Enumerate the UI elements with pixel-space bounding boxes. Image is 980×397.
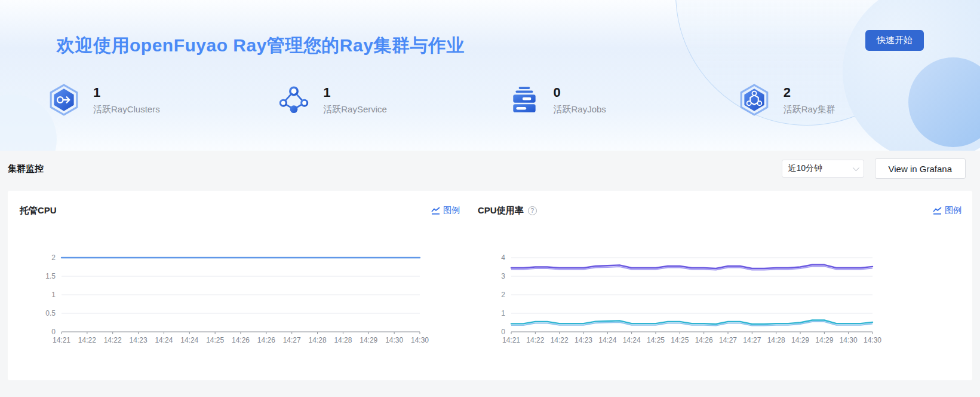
svg-text:14:26: 14:26	[232, 336, 250, 344]
svg-text:14:22: 14:22	[551, 336, 569, 344]
svg-text:1.5: 1.5	[45, 272, 56, 280]
svg-text:14:24: 14:24	[180, 336, 198, 344]
stat-label: 活跃RayClusters	[93, 104, 160, 115]
svg-text:1: 1	[501, 309, 505, 317]
stat-value: 2	[784, 85, 835, 100]
svg-text:14:24: 14:24	[598, 336, 616, 344]
stat-ray-cluster-cn: 2 活跃Ray集群	[738, 84, 968, 116]
svg-text:1: 1	[51, 291, 56, 299]
svg-text:14:25: 14:25	[671, 336, 689, 344]
svg-text:14:23: 14:23	[575, 336, 592, 344]
stat-value: 1	[93, 85, 160, 100]
cpu-usage-line-chart: 0123414:2114:2214:2214:2314:2414:2414:25…	[478, 237, 961, 351]
svg-text:0.5: 0.5	[45, 309, 56, 317]
svg-text:14:29: 14:29	[815, 336, 833, 344]
svg-text:4: 4	[501, 254, 505, 262]
svg-text:2: 2	[501, 291, 505, 299]
stat-ray-clusters: 1 活跃RayClusters	[48, 84, 278, 116]
charts-card: 托管CPU 图例 00.511.5214:2114:2214:2214:2314…	[8, 191, 972, 380]
legend-icon	[431, 207, 440, 215]
hosted-cpu-chart-block: 托管CPU 图例 00.511.5214:2114:2214:2214:2314…	[20, 204, 471, 380]
page-title: 欢迎使用openFuyao Ray管理您的Ray集群与作业	[57, 33, 465, 58]
stat-label: 活跃Ray集群	[784, 104, 835, 115]
quick-start-button[interactable]: 快速开始	[865, 30, 924, 51]
svg-text:14:30: 14:30	[840, 336, 858, 344]
rayservice-network-icon	[278, 84, 310, 116]
legend-toggle-cpu-usage[interactable]: 图例	[933, 205, 961, 216]
section-title: 集群监控	[8, 163, 782, 175]
svg-text:0: 0	[51, 328, 56, 336]
svg-text:14:29: 14:29	[360, 336, 377, 344]
svg-text:14:26: 14:26	[257, 336, 275, 344]
svg-text:3: 3	[501, 272, 505, 280]
view-in-grafana-button[interactable]: View in Grafana	[875, 158, 966, 179]
svg-text:14:30: 14:30	[864, 336, 881, 344]
svg-text:14:22: 14:22	[526, 336, 544, 344]
svg-text:14:22: 14:22	[78, 336, 96, 344]
legend-icon	[933, 207, 942, 215]
svg-text:14:29: 14:29	[791, 336, 809, 344]
stat-value: 1	[323, 85, 387, 100]
stat-value: 0	[554, 85, 606, 100]
stat-label: 活跃RayJobs	[554, 104, 606, 115]
svg-text:14:30: 14:30	[411, 336, 429, 344]
stat-label: 活跃RayService	[323, 104, 387, 115]
stat-ray-jobs: 0 活跃RayJobs	[508, 84, 738, 116]
svg-text:14:25: 14:25	[206, 336, 224, 344]
svg-text:14:21: 14:21	[53, 336, 70, 344]
svg-text:14:21: 14:21	[502, 336, 520, 344]
raycluster-hexagon-molecule-icon	[738, 84, 770, 116]
help-icon[interactable]: ?	[528, 206, 537, 215]
chart-title-hosted-cpu: 托管CPU	[20, 205, 57, 216]
stats-row: 1 活跃RayClusters 1 活跃RayService	[48, 84, 968, 116]
svg-text:14:25: 14:25	[647, 336, 665, 344]
svg-text:14:27: 14:27	[719, 336, 737, 344]
chart-title-cpu-usage: CPU使用率	[478, 205, 524, 216]
hosted-cpu-line-chart: 00.511.5214:2114:2214:2214:2314:2414:241…	[20, 237, 462, 351]
svg-text:0: 0	[501, 328, 505, 336]
svg-text:14:28: 14:28	[334, 336, 352, 344]
svg-text:14:28: 14:28	[767, 336, 785, 344]
svg-text:14:24: 14:24	[155, 336, 173, 344]
svg-text:14:28: 14:28	[309, 336, 327, 344]
stat-ray-service: 1 活跃RayService	[278, 84, 508, 116]
rayjobs-stack-icon	[508, 84, 540, 116]
cpu-usage-chart-block: CPU使用率 ? 图例 0123414:2114:2214:2214:2314:…	[471, 204, 961, 380]
chevron-down-icon	[852, 164, 859, 171]
time-range-select[interactable]: 近10分钟	[782, 160, 864, 178]
time-range-value: 近10分钟	[788, 163, 823, 174]
svg-text:14:23: 14:23	[130, 336, 148, 344]
cluster-monitor-section: 集群监控 近10分钟 View in Grafana 托管CPU 图例	[0, 158, 980, 380]
svg-text:14:26: 14:26	[695, 336, 713, 344]
svg-text:14:27: 14:27	[283, 336, 301, 344]
svg-text:14:24: 14:24	[623, 336, 641, 344]
raycluster-hexagon-share-icon	[48, 84, 80, 116]
legend-toggle-hosted-cpu[interactable]: 图例	[431, 205, 460, 216]
svg-text:14:30: 14:30	[385, 336, 403, 344]
svg-text:2: 2	[51, 254, 56, 262]
svg-text:14:22: 14:22	[104, 336, 122, 344]
svg-text:14:27: 14:27	[743, 336, 761, 344]
hero-banner: 欢迎使用openFuyao Ray管理您的Ray集群与作业 快速开始 1 活跃R…	[0, 0, 980, 151]
